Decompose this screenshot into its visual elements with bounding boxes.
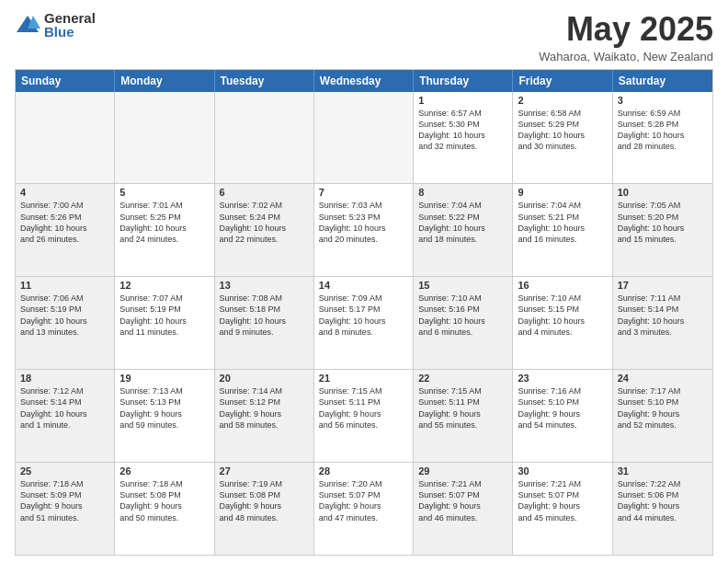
day-info: Sunrise: 7:08 AM Sunset: 5:18 PM Dayligh… [220, 293, 309, 338]
day-info: Sunrise: 7:18 AM Sunset: 5:09 PM Dayligh… [20, 478, 109, 523]
day-cell-1: 1Sunrise: 6:57 AM Sunset: 5:30 PM Daylig… [414, 92, 513, 184]
header-day-tuesday: Tuesday [215, 70, 314, 92]
day-cell-20: 20Sunrise: 7:14 AM Sunset: 5:12 PM Dayli… [215, 370, 314, 462]
day-cell-29: 29Sunrise: 7:21 AM Sunset: 5:07 PM Dayli… [414, 463, 513, 555]
day-info: Sunrise: 7:05 AM Sunset: 5:20 PM Dayligh… [618, 200, 708, 245]
day-cell-12: 12Sunrise: 7:07 AM Sunset: 5:19 PM Dayli… [115, 277, 214, 369]
day-info: Sunrise: 6:58 AM Sunset: 5:29 PM Dayligh… [518, 108, 607, 153]
empty-cell-0-0 [16, 92, 115, 184]
day-cell-4: 4Sunrise: 7:00 AM Sunset: 5:26 PM Daylig… [16, 184, 115, 276]
day-cell-3: 3Sunrise: 6:59 AM Sunset: 5:28 PM Daylig… [613, 92, 712, 184]
logo-blue: Blue [44, 25, 96, 39]
day-cell-13: 13Sunrise: 7:08 AM Sunset: 5:18 PM Dayli… [215, 277, 314, 369]
day-cell-18: 18Sunrise: 7:12 AM Sunset: 5:14 PM Dayli… [16, 370, 115, 462]
day-info: Sunrise: 7:10 AM Sunset: 5:16 PM Dayligh… [418, 293, 507, 338]
day-info: Sunrise: 7:07 AM Sunset: 5:19 PM Dayligh… [119, 293, 209, 338]
day-info: Sunrise: 7:19 AM Sunset: 5:08 PM Dayligh… [220, 478, 309, 523]
calendar-body: 1Sunrise: 6:57 AM Sunset: 5:30 PM Daylig… [16, 92, 712, 555]
day-number: 17 [618, 280, 708, 291]
day-number: 15 [418, 280, 507, 291]
day-info: Sunrise: 6:57 AM Sunset: 5:30 PM Dayligh… [418, 108, 507, 153]
calendar-row-1: 4Sunrise: 7:00 AM Sunset: 5:26 PM Daylig… [16, 183, 712, 276]
day-number: 23 [518, 373, 607, 384]
day-number: 6 [220, 187, 309, 198]
day-number: 16 [518, 280, 607, 291]
day-number: 27 [220, 465, 309, 477]
header-day-monday: Monday [115, 70, 214, 92]
day-cell-6: 6Sunrise: 7:02 AM Sunset: 5:24 PM Daylig… [215, 184, 314, 276]
day-cell-28: 28Sunrise: 7:20 AM Sunset: 5:07 PM Dayli… [314, 463, 414, 555]
day-number: 31 [618, 465, 708, 477]
day-cell-31: 31Sunrise: 7:22 AM Sunset: 5:06 PM Dayli… [613, 463, 712, 555]
day-info: Sunrise: 7:16 AM Sunset: 5:10 PM Dayligh… [518, 385, 607, 431]
day-number: 2 [518, 95, 607, 106]
calendar-row-0: 1Sunrise: 6:57 AM Sunset: 5:30 PM Daylig… [16, 92, 712, 184]
day-info: Sunrise: 7:10 AM Sunset: 5:15 PM Dayligh… [518, 293, 607, 338]
day-number: 28 [319, 465, 408, 477]
day-cell-19: 19Sunrise: 7:13 AM Sunset: 5:13 PM Dayli… [115, 370, 214, 462]
empty-cell-0-1 [115, 92, 214, 184]
day-cell-15: 15Sunrise: 7:10 AM Sunset: 5:16 PM Dayli… [414, 277, 513, 369]
day-info: Sunrise: 7:01 AM Sunset: 5:25 PM Dayligh… [119, 200, 209, 245]
day-number: 11 [20, 280, 109, 291]
day-number: 1 [418, 95, 507, 106]
day-cell-17: 17Sunrise: 7:11 AM Sunset: 5:14 PM Dayli… [613, 277, 712, 369]
day-info: Sunrise: 7:15 AM Sunset: 5:11 PM Dayligh… [319, 385, 408, 431]
day-number: 7 [319, 187, 408, 198]
day-info: Sunrise: 7:21 AM Sunset: 5:07 PM Dayligh… [418, 478, 507, 523]
day-cell-10: 10Sunrise: 7:05 AM Sunset: 5:20 PM Dayli… [613, 184, 712, 276]
empty-cell-0-3 [314, 92, 414, 184]
logo-icon [15, 12, 40, 38]
day-info: Sunrise: 7:00 AM Sunset: 5:26 PM Dayligh… [20, 200, 109, 245]
day-info: Sunrise: 7:17 AM Sunset: 5:10 PM Dayligh… [618, 385, 708, 431]
day-cell-2: 2Sunrise: 6:58 AM Sunset: 5:29 PM Daylig… [513, 92, 612, 184]
day-info: Sunrise: 7:20 AM Sunset: 5:07 PM Dayligh… [319, 478, 408, 523]
day-cell-23: 23Sunrise: 7:16 AM Sunset: 5:10 PM Dayli… [513, 370, 612, 462]
day-number: 29 [418, 465, 507, 477]
day-info: Sunrise: 7:15 AM Sunset: 5:11 PM Dayligh… [418, 385, 507, 431]
day-number: 26 [119, 465, 209, 477]
day-info: Sunrise: 7:11 AM Sunset: 5:14 PM Dayligh… [618, 293, 708, 338]
day-info: Sunrise: 7:04 AM Sunset: 5:21 PM Dayligh… [518, 200, 607, 245]
logo-text: General Blue [44, 11, 96, 39]
day-info: Sunrise: 7:14 AM Sunset: 5:12 PM Dayligh… [220, 385, 309, 431]
empty-cell-0-2 [215, 92, 314, 184]
day-info: Sunrise: 7:13 AM Sunset: 5:13 PM Dayligh… [119, 385, 209, 431]
day-number: 5 [119, 187, 209, 198]
day-number: 20 [220, 373, 309, 384]
page: General Blue May 2025 Waharoa, Waikato, … [0, 0, 728, 563]
logo-general: General [44, 11, 96, 25]
day-cell-25: 25Sunrise: 7:18 AM Sunset: 5:09 PM Dayli… [16, 463, 115, 555]
calendar-row-2: 11Sunrise: 7:06 AM Sunset: 5:19 PM Dayli… [16, 276, 712, 369]
day-info: Sunrise: 7:03 AM Sunset: 5:23 PM Dayligh… [319, 200, 408, 245]
day-cell-24: 24Sunrise: 7:17 AM Sunset: 5:10 PM Dayli… [613, 370, 712, 462]
day-number: 9 [518, 187, 607, 198]
day-number: 12 [119, 280, 209, 291]
header-day-friday: Friday [513, 70, 612, 92]
day-number: 3 [618, 95, 708, 106]
day-info: Sunrise: 7:02 AM Sunset: 5:24 PM Dayligh… [220, 200, 309, 245]
day-number: 22 [418, 373, 507, 384]
day-cell-9: 9Sunrise: 7:04 AM Sunset: 5:21 PM Daylig… [513, 184, 612, 276]
logo: General Blue [15, 11, 96, 39]
day-cell-16: 16Sunrise: 7:10 AM Sunset: 5:15 PM Dayli… [513, 277, 612, 369]
day-number: 30 [518, 465, 607, 477]
header-day-sunday: Sunday [16, 70, 115, 92]
location: Waharoa, Waikato, New Zealand [539, 50, 713, 63]
day-info: Sunrise: 7:18 AM Sunset: 5:08 PM Dayligh… [119, 478, 209, 523]
day-number: 25 [20, 465, 109, 477]
header-day-wednesday: Wednesday [314, 70, 414, 92]
day-info: Sunrise: 7:12 AM Sunset: 5:14 PM Dayligh… [20, 385, 109, 431]
header-day-thursday: Thursday [414, 70, 513, 92]
day-number: 19 [119, 373, 209, 384]
day-number: 21 [319, 373, 408, 384]
calendar: SundayMondayTuesdayWednesdayThursdayFrid… [15, 69, 713, 556]
day-cell-27: 27Sunrise: 7:19 AM Sunset: 5:08 PM Dayli… [215, 463, 314, 555]
day-info: Sunrise: 6:59 AM Sunset: 5:28 PM Dayligh… [618, 108, 708, 153]
day-info: Sunrise: 7:22 AM Sunset: 5:06 PM Dayligh… [618, 478, 708, 523]
day-info: Sunrise: 7:09 AM Sunset: 5:17 PM Dayligh… [319, 293, 408, 338]
calendar-row-4: 25Sunrise: 7:18 AM Sunset: 5:09 PM Dayli… [16, 462, 712, 555]
day-number: 18 [20, 373, 109, 384]
day-number: 14 [319, 280, 408, 291]
day-cell-21: 21Sunrise: 7:15 AM Sunset: 5:11 PM Dayli… [314, 370, 414, 462]
